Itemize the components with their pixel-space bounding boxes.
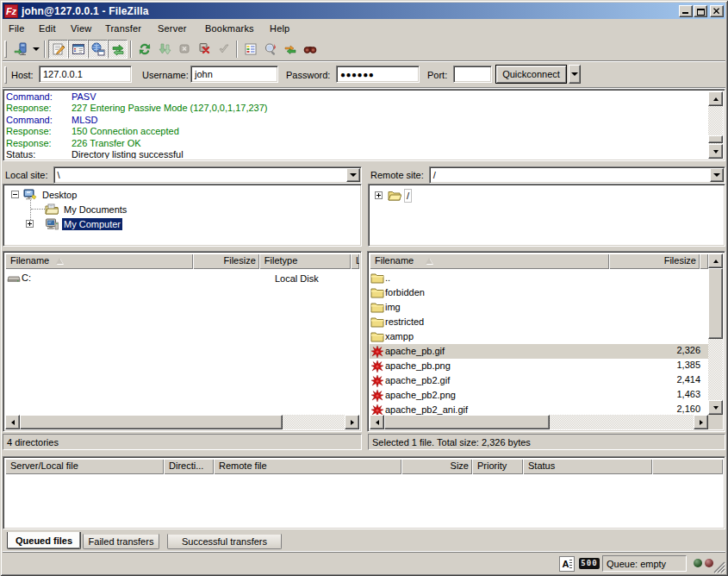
refresh-button[interactable] bbox=[134, 40, 154, 59]
local-site-combo[interactable]: \ bbox=[53, 166, 362, 184]
column-header-priority[interactable]: Priority bbox=[472, 459, 523, 474]
file-row[interactable]: .. bbox=[370, 271, 390, 285]
tree-item-label: My Documents bbox=[62, 203, 128, 216]
toggle-transfer-queue-button[interactable] bbox=[108, 40, 128, 59]
remote-tree: / bbox=[368, 184, 725, 247]
sort-ascending-icon bbox=[56, 258, 63, 264]
process-queue-button[interactable] bbox=[154, 40, 174, 59]
quickconnect-button[interactable]: Quickconnect bbox=[495, 65, 567, 84]
file-row[interactable]: forbidden bbox=[370, 285, 425, 300]
app-icon: Fz bbox=[4, 4, 18, 18]
port-label: Port: bbox=[427, 70, 447, 80]
column-header-filename[interactable]: Filename bbox=[370, 254, 609, 269]
toggle-remote-tree-button[interactable] bbox=[88, 40, 108, 59]
find-files-button[interactable] bbox=[300, 40, 320, 59]
remote-site-combo[interactable]: / bbox=[429, 166, 725, 184]
tab-failed-transfers[interactable]: Failed transfers bbox=[83, 534, 159, 549]
menu-help[interactable]: Help bbox=[268, 22, 291, 34]
expand-icon[interactable] bbox=[26, 220, 34, 228]
scroll-thumb[interactable] bbox=[708, 135, 723, 143]
quickconnect-grip[interactable] bbox=[4, 66, 7, 84]
local-horizontal-scrollbar[interactable] bbox=[5, 415, 359, 429]
file-row[interactable]: apache_pb2.png 1,463 bbox=[370, 388, 456, 403]
column-header-status[interactable]: Status bbox=[523, 459, 652, 474]
minimize-button[interactable] bbox=[679, 5, 693, 17]
column-header-size[interactable]: Size bbox=[401, 459, 472, 474]
tree-item-desktop[interactable]: Desktop bbox=[11, 187, 78, 202]
host-input[interactable]: 127.0.0.1 bbox=[39, 66, 132, 83]
toggle-message-log-button[interactable] bbox=[48, 40, 68, 59]
scroll-thumb[interactable] bbox=[708, 268, 723, 339]
collapse-icon[interactable] bbox=[11, 191, 19, 198]
scroll-thumb[interactable] bbox=[384, 415, 550, 429]
resize-grip[interactable] bbox=[712, 560, 725, 573]
scroll-down-button[interactable] bbox=[708, 400, 723, 415]
file-row[interactable]: xampp bbox=[370, 329, 414, 344]
column-header-last-modified[interactable]: L bbox=[351, 254, 359, 269]
image-file-icon bbox=[370, 345, 384, 359]
menu-edit[interactable]: Edit bbox=[37, 22, 58, 34]
file-row-selected[interactable]: apache_pb.gif 2,326 bbox=[370, 344, 445, 359]
disconnect-button[interactable] bbox=[194, 40, 214, 59]
site-manager-dropdown[interactable] bbox=[30, 40, 41, 59]
quickconnect-dropdown[interactable] bbox=[569, 65, 581, 84]
synchronized-browsing-button[interactable] bbox=[280, 40, 300, 59]
file-row[interactable]: img bbox=[370, 300, 401, 315]
tree-item-root[interactable]: / bbox=[375, 188, 411, 203]
scroll-left-button[interactable] bbox=[370, 415, 384, 429]
queue-header: Server/Local file Directi... Remote file… bbox=[5, 459, 723, 474]
log-scrollbar[interactable] bbox=[708, 91, 723, 159]
window-title: john@127.0.0.1 - FileZilla bbox=[22, 5, 679, 17]
scroll-up-button[interactable] bbox=[708, 91, 723, 106]
port-input[interactable] bbox=[453, 66, 492, 83]
file-row-c-drive[interactable]: C: Local Disk bbox=[7, 271, 31, 285]
column-header-filesize[interactable]: Filesize bbox=[609, 254, 700, 269]
file-row[interactable]: restricted bbox=[370, 315, 424, 329]
toggle-local-tree-button[interactable] bbox=[68, 40, 88, 59]
remote-horizontal-scrollbar[interactable] bbox=[370, 415, 708, 429]
file-row[interactable]: apache_pb.png 1,385 bbox=[370, 359, 451, 373]
column-header-filesize[interactable]: Filesize bbox=[193, 254, 259, 269]
scroll-left-button[interactable] bbox=[5, 415, 20, 429]
expand-icon[interactable] bbox=[375, 191, 383, 199]
tab-queued-files[interactable]: Queued files bbox=[7, 532, 81, 549]
local-site-combo-button[interactable] bbox=[346, 168, 360, 182]
scroll-down-button[interactable] bbox=[708, 144, 723, 159]
recheck-queue-button[interactable] bbox=[214, 40, 233, 59]
remote-vertical-scrollbar[interactable] bbox=[708, 254, 723, 415]
tree-item-my-documents[interactable]: My Documents bbox=[40, 202, 128, 216]
directory-comparison-button[interactable] bbox=[260, 40, 280, 59]
scroll-right-button[interactable] bbox=[694, 415, 708, 429]
menu-file[interactable]: File bbox=[7, 22, 27, 34]
column-header-remote-file[interactable]: Remote file bbox=[214, 459, 401, 474]
title-bar[interactable]: Fz john@127.0.0.1 - FileZilla bbox=[3, 3, 725, 19]
password-input[interactable]: ●●●●●● bbox=[336, 66, 420, 83]
transfer-type-indicator[interactable]: A bbox=[559, 556, 575, 572]
site-manager-button[interactable] bbox=[10, 40, 30, 59]
cancel-operation-button[interactable] bbox=[174, 40, 194, 59]
filter-button[interactable] bbox=[240, 40, 260, 59]
file-row[interactable]: apache_pb2.gif 2,414 bbox=[370, 373, 450, 388]
column-header-server-local-file[interactable]: Server/Local file bbox=[5, 459, 164, 474]
menu-transfer[interactable]: Transfer bbox=[103, 22, 143, 34]
status-bar: A 500 Queue: empty bbox=[3, 552, 725, 573]
username-input[interactable]: john bbox=[190, 66, 278, 83]
remote-site-combo-button[interactable] bbox=[710, 168, 724, 182]
scroll-right-button[interactable] bbox=[345, 415, 359, 429]
maximize-button[interactable] bbox=[694, 5, 707, 17]
tab-successful-transfers[interactable]: Successful transfers bbox=[167, 534, 282, 549]
scroll-thumb[interactable] bbox=[20, 415, 283, 429]
tree-item-my-computer[interactable]: My Computer bbox=[26, 216, 122, 231]
image-file-icon bbox=[370, 360, 384, 373]
local-status-text: 4 directories bbox=[7, 437, 59, 448]
column-header-filename[interactable]: Filename bbox=[5, 254, 193, 269]
speed-limit-icon[interactable]: 500 bbox=[579, 558, 600, 569]
scroll-up-button[interactable] bbox=[708, 254, 723, 268]
column-header-filetype[interactable]: Filetype bbox=[259, 254, 351, 269]
column-header-direction[interactable]: Directi... bbox=[164, 459, 214, 474]
menu-server[interactable]: Server bbox=[156, 22, 189, 34]
menu-bookmarks[interactable]: Bookmarks bbox=[203, 22, 256, 34]
menu-view[interactable]: View bbox=[69, 22, 93, 34]
toolbar-grip[interactable] bbox=[4, 41, 7, 58]
close-button[interactable] bbox=[710, 5, 724, 17]
